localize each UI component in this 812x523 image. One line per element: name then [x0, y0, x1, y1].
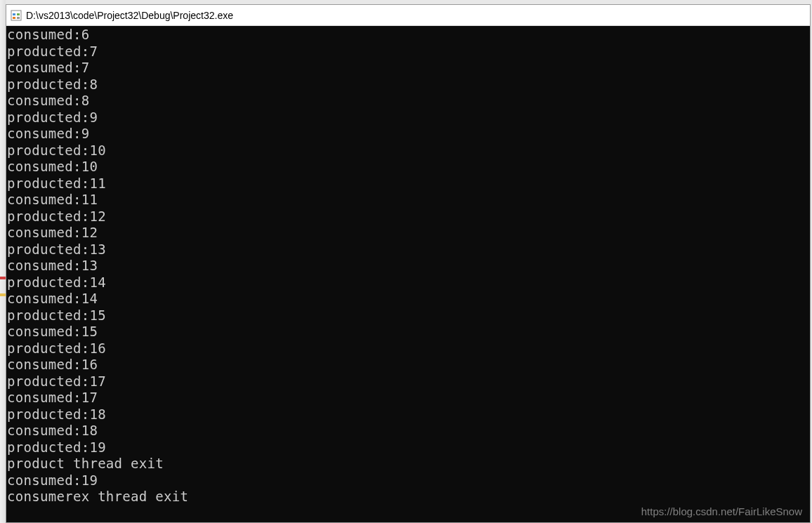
console-line: consumed:18: [6, 423, 810, 439]
console-line: producted:18: [6, 406, 810, 423]
console-line: consumed:6: [6, 27, 810, 44]
editor-gutter: [0, 0, 6, 523]
console-line: consumed:12: [6, 225, 810, 241]
console-line: consumed:16: [6, 357, 810, 373]
console-line: producted:13: [6, 241, 810, 258]
console-line: consumerex thread exit: [6, 489, 810, 505]
console-window: D:\vs2013\code\Project32\Debug\Project32…: [6, 4, 811, 523]
console-output[interactable]: consumed:6producted:7consumed:7producted…: [6, 26, 810, 522]
console-line: consumed:7: [6, 60, 810, 77]
window-title: D:\vs2013\code\Project32\Debug\Project32…: [26, 10, 233, 21]
console-line: consumed:9: [6, 126, 810, 143]
console-line: producted:10: [6, 143, 810, 159]
console-line: consumed:13: [6, 258, 810, 274]
console-line: producted:9: [6, 110, 810, 126]
app-icon: [11, 10, 22, 21]
console-line: consumed:19: [6, 472, 810, 489]
svg-rect-1: [13, 13, 15, 15]
console-line: producted:11: [6, 176, 810, 192]
console-line: consumed:17: [6, 390, 810, 406]
console-line: producted:19: [6, 439, 810, 456]
titlebar[interactable]: D:\vs2013\code\Project32\Debug\Project32…: [6, 5, 810, 26]
console-line: producted:7: [6, 44, 810, 60]
console-line: producted:12: [6, 208, 810, 225]
console-line: product thread exit: [6, 456, 810, 472]
console-line: consumed:8: [6, 93, 810, 110]
console-line: consumed:15: [6, 324, 810, 340]
console-line: producted:14: [6, 274, 810, 291]
gutter-marker-yellow: [0, 293, 6, 296]
svg-rect-4: [17, 17, 20, 19]
console-line: consumed:11: [6, 192, 810, 208]
console-line: consumed:14: [6, 291, 810, 307]
console-line: producted:8: [6, 77, 810, 93]
gutter-marker-red: [0, 277, 6, 279]
console-line: producted:15: [6, 307, 810, 324]
svg-rect-2: [17, 13, 20, 15]
console-line: producted:17: [6, 373, 810, 390]
svg-rect-3: [13, 17, 15, 19]
console-line: consumed:10: [6, 159, 810, 176]
console-line: producted:16: [6, 340, 810, 357]
